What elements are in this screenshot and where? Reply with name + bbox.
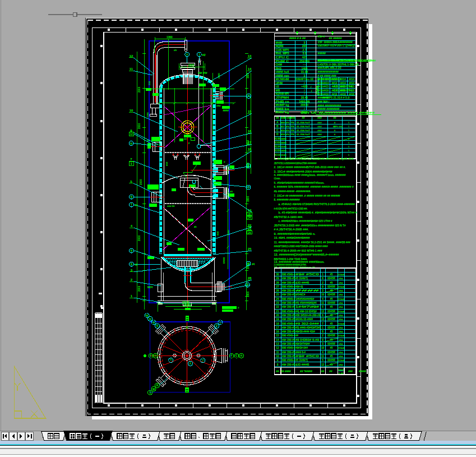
svg-text:#5: #5 xyxy=(330,298,333,301)
svg-text:4: 4 xyxy=(322,351,324,354)
svg-text:##14: ##14 xyxy=(323,82,329,85)
svg-text:PN: PN xyxy=(291,129,294,132)
svg-text:14: 14 xyxy=(248,67,252,71)
svg-text:20810: 20810 xyxy=(301,103,308,107)
svg-text:#9# 350-#5: #9# 350-#5 xyxy=(282,318,295,321)
svg-text:RHL MP5: RHL MP5 xyxy=(276,52,289,55)
svg-text:#9#-6): #9#-6) xyxy=(295,285,303,288)
svg-text:#9#30-#### 43/#: #9#30-#### 43/# xyxy=(295,330,315,333)
svg-text:0345R: 0345R xyxy=(327,359,335,362)
svg-text:C D 1000 RT c: C D 1000 RT c xyxy=(334,89,353,92)
svg-text:##H9/T29613-2008 ##9/T29634-20: ##H9/T29613-2008 ##9/T29634-2009 ##### #… xyxy=(274,244,328,248)
svg-text:9#2#b 03-####: 9#2#b 03-#### xyxy=(295,318,313,321)
svg-text:CHM: CHM xyxy=(276,63,282,66)
svg-text:0345R: 0345R xyxy=(327,277,335,280)
svg-text:2000: 2000 xyxy=(138,285,141,292)
svg-text:#%: #% xyxy=(286,121,289,124)
svg-text:5400.9N: 5400.9N xyxy=(299,100,310,103)
svg-text:890 #5#9-#: 890 #5#9-# xyxy=(282,298,295,301)
svg-text:4: 4 xyxy=(322,298,324,301)
svg-text:#B/T4732.4-1900 ###.: #B/T4732.4-1900 ###. xyxy=(274,215,304,219)
svg-text:##16: ##16 xyxy=(349,93,355,96)
svg-text:DN80: DN80 xyxy=(223,257,225,264)
svg-text:#4: #4 xyxy=(252,263,255,266)
svg-text:#9#: #9# xyxy=(339,351,343,354)
svg-text:1#4#7\#9#: 1#4#7\#9# xyxy=(295,306,320,308)
svg-text:NQRE: NQRE xyxy=(276,44,284,48)
svg-text:##### ########: ##### ######## xyxy=(318,107,340,110)
svg-text:2000: 2000 xyxy=(138,235,141,241)
svg-text:10: 10 xyxy=(321,347,325,349)
svg-text:##: ## xyxy=(276,117,279,119)
svg-text:21: 21 xyxy=(276,310,279,313)
svg-text:#B/T4730.4-2005-## 002 NT#6-1: #B/T4730.4-2005-## 002 NT#6-1 ### xyxy=(274,249,322,252)
svg-text:##: ## xyxy=(333,117,336,119)
svg-text:#############: ############# xyxy=(318,70,339,73)
svg-text:8: 8 xyxy=(277,363,279,366)
svg-text:#9#: #9# xyxy=(339,318,343,321)
svg-text:#9# 350-#5: #9# 350-#5 xyxy=(282,306,295,308)
svg-text:0345R: 0345R xyxy=(327,351,335,354)
svg-text:5. #5#9#5#9######### ######7#: 5. #5#9#5#9######### ######7#5mm. xyxy=(274,181,325,184)
svg-text:PN: PN xyxy=(291,121,294,124)
svg-text:24: 24 xyxy=(248,232,251,234)
svg-text:30: 30 xyxy=(276,273,279,276)
svg-text:13: 13 xyxy=(321,318,325,321)
svg-text:M: M xyxy=(152,321,155,324)
svg-text:#9# 350-#5: #9# 350-#5 xyxy=(282,302,295,304)
svg-text:890 #5#9-#: 890 #5#9-# xyxy=(282,322,295,325)
svg-text:F: F xyxy=(231,354,233,357)
svg-text:#5# #: #5# # xyxy=(318,35,325,38)
svg-text:5: 5 xyxy=(322,359,324,362)
svg-text:#2000: #2000 xyxy=(184,304,191,307)
svg-text:11: 11 xyxy=(321,355,324,358)
svg-text:3: 3 xyxy=(304,74,306,77)
svg-text:T: T xyxy=(202,359,204,362)
svg-text:# ##: # ## xyxy=(339,372,344,375)
svg-text:890 #5#9-#: 890 #5#9-# xyxy=(282,347,295,349)
svg-text:23: 23 xyxy=(276,302,279,304)
svg-text:11: 11 xyxy=(276,351,279,354)
svg-text:##: ## xyxy=(321,370,325,373)
svg-text:#G#T2LU-3BL32)THL1-3BL#3/Y2O1O: #G#T2LU-3BL32)THL1-3BL#3/Y2O1O-3T# # xyxy=(317,59,376,62)
svg-text:450: 450 xyxy=(281,129,285,132)
svg-text:##: ## xyxy=(302,117,305,119)
svg-text:#%: #% xyxy=(286,129,289,132)
svg-text:## *#####: ## *##### xyxy=(300,370,312,373)
svg-text:#325: #325 xyxy=(188,64,195,67)
svg-text:MHMP kg: MHMP kg xyxy=(276,103,289,107)
svg-text:PN: PN xyxy=(291,125,294,128)
svg-text:60% ###: 60% ### xyxy=(333,125,343,128)
svg-text:#5 31#9/7): #5 31#9/7) xyxy=(295,277,308,280)
svg-text:~2450: ~2450 xyxy=(279,149,286,152)
svg-text:#9#: #9# xyxy=(339,281,343,284)
svg-text:#2: #2 xyxy=(202,53,206,57)
svg-text:JB/T4730.3-2005#####100%#JTM4: JB/T4730.3-2005#####100%#JTM4 ######## xyxy=(274,161,317,165)
svg-text:MCNKHM: MCNKHM xyxy=(276,77,289,81)
svg-text:#9# #5C0: #9# #5C0 xyxy=(295,273,320,276)
svg-text:#5 31#9/7): #5 31#9/7) xyxy=(295,359,308,362)
svg-text:115#4: 115#4 xyxy=(338,334,345,337)
svg-text:890 #5#9-#: 890 #5#9-# xyxy=(282,359,295,362)
svg-text:###: ### xyxy=(317,129,322,132)
svg-text:##14: ##14 xyxy=(349,78,355,81)
svg-text:##14: ##14 xyxy=(340,82,346,85)
svg-text:#-#9 03% NT#6 ###/T4732.4-2005: #-#9 03% NT#6 ###/T4732.4-2005 ###. xyxy=(274,207,308,210)
svg-text:U2: U2 xyxy=(276,85,280,88)
svg-text:890 #5#9-#: 890 #5#9-# xyxy=(282,334,295,337)
svg-text:### 50: ### 50 xyxy=(167,205,175,207)
svg-text:20: 20 xyxy=(248,213,251,216)
svg-text:3: 3 xyxy=(322,343,324,345)
svg-text:####: #### xyxy=(295,289,320,292)
svg-text:W: W xyxy=(146,315,149,317)
svg-text:3: 3 xyxy=(304,41,306,44)
svg-text:20.45: 20.45 xyxy=(301,96,308,99)
svg-text:480: 480 xyxy=(281,121,285,124)
svg-text:#9# 350-#5: #9# 350-#5 xyxy=(282,326,295,329)
svg-text:8: 8 xyxy=(322,277,324,280)
svg-text:01-354-%#T: 01-354-%#T xyxy=(297,121,310,124)
svg-text:950: 950 xyxy=(216,231,219,236)
svg-text:3.0: 3.0 xyxy=(303,52,307,55)
svg-text:4. ####3000mm #### ####g3mm. #: 4. ####3000mm #### ####g3mm. ######T1mm.… xyxy=(274,173,346,177)
svg-text:##16: ##16 xyxy=(323,89,329,92)
